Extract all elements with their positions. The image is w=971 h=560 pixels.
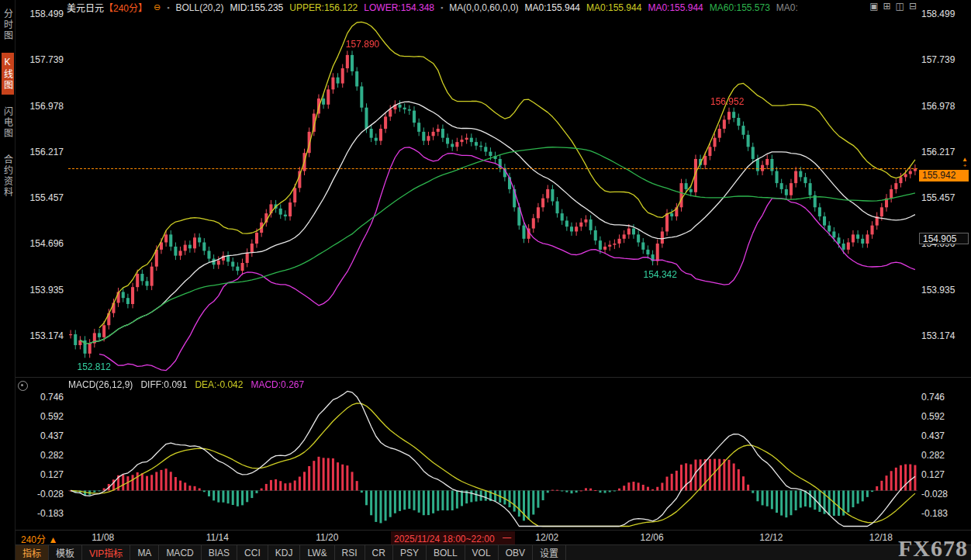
symbol-name: 美元日元 [67,3,104,14]
toolbar-item-13[interactable]: VOL [465,545,499,560]
chart-layout-rows-icon[interactable]: ⊟ [909,1,917,12]
toolbar-item-8[interactable]: LW& [300,545,334,560]
toolbar-item-9[interactable]: RSI [335,545,365,560]
toolbar-item-15[interactable]: 设置 [533,545,566,560]
price-tag: 154.905 [919,233,969,244]
boll-toggle-icon[interactable]: ▪ [167,4,169,12]
price-tick: 154.696 [30,238,64,249]
macd-tick: 0.127 [40,469,64,480]
macd-tick: 0.282 [921,450,945,461]
boll-mid-value: MID:155.235 [230,2,284,13]
toolbar-item-11[interactable]: PSY [393,545,427,560]
price-tag: 155.942 [919,170,969,181]
macd-canvas[interactable] [68,388,917,527]
x-axis-label: 12/18 [869,532,893,543]
period-badge: 【240分】 [104,3,147,14]
price-tick: 153.935 [921,285,955,296]
period-arrow-icon: ▲ [48,534,57,545]
symbol-title: 美元日元【240分】 [67,1,147,14]
period-selector[interactable]: 240分 ▲ [21,532,57,545]
macd-label: MACD(26,12,9) [68,379,133,390]
toolbar-item-12[interactable]: BOLL [427,545,465,560]
x-axis-label: 12/02 [535,532,558,543]
toolbar-item-10[interactable]: CR [365,545,393,560]
hover-datetime: 2025/11/24 18:00~22:00 [394,534,495,544]
axis-plus-icon[interactable]: + [963,162,967,169]
toolbar-item-7[interactable]: KDJ [268,545,301,560]
ma-legend-value-2: MA0:155.944 [648,2,703,13]
toolbar-item-14[interactable]: OBV [499,545,533,560]
toolbar-item-6[interactable]: CCI [237,545,268,560]
collapse-indicator-icon[interactable]: ⊖ [154,2,161,12]
toolbar-item-1[interactable]: 模板 [49,545,82,560]
ma-legend-value-0: MA0:155.944 [525,2,580,13]
price-tick: 157.739 [30,54,64,65]
sidebar-tab-1[interactable]: K线图 [2,53,14,95]
macd-chart[interactable] [68,388,917,527]
sidebar-tab-2[interactable]: 闪电图 [2,102,14,143]
indicator-selector-icon[interactable] [18,381,28,391]
price-tick: 156.978 [921,101,955,112]
macd-legend: MACD(26,12,9) DIFF:0.091 DEA:-0.042 MACD… [68,379,304,390]
price-annotation: 156.952 [710,96,744,107]
macd-tick: -0.028 [921,489,948,500]
sidebar-tab-0[interactable]: 分时图 [2,5,14,45]
macd-tick: -0.183 [37,508,64,519]
period-selector-label: 240分 [21,534,46,545]
price-tick: 158.499 [921,9,955,19]
price-annotation: 154.342 [644,269,677,280]
price-tick: 153.174 [30,330,64,341]
price-tick: 153.935 [30,285,64,296]
macd-macd-value: MACD:0.267 [251,379,304,390]
x-axis-label: 12/06 [641,532,664,543]
toolbar-item-2[interactable]: VIP指标 [82,545,130,560]
toolbar-item-4[interactable]: MACD [159,545,201,560]
macd-tick: 0.592 [921,411,945,422]
toolbar-item-5[interactable]: BIAS [202,545,237,560]
chart-layout-split-icon[interactable]: ◫ [896,1,904,12]
macd-tick: 0.592 [40,411,64,422]
x-axis-label: 11/20 [316,532,338,543]
macd-tick: 0.746 [40,392,64,403]
price-tick: 156.978 [30,101,64,112]
x-axis-label: 11/14 [206,532,229,543]
x-axis-label: 11/08 [92,532,114,543]
trading-terminal: 分时图K线图闪电图合约资料 美元日元【240分】 ⊖ ▪ BOLL(20,2) … [0,0,971,560]
price-annotation: 152.812 [78,361,111,372]
toolbar-item-0[interactable]: 指标 [16,545,49,560]
price-tick: 155.457 [30,192,64,203]
price-tick: 157.739 [921,54,955,65]
macd-diff-value: DIFF:0.091 [140,379,187,390]
panel-divider [0,377,971,378]
chart-layout-grid-icon[interactable]: ⊞ [883,1,891,12]
price-annotation: 157.890 [346,39,379,50]
macd-tick: -0.183 [921,508,948,519]
boll-lower-value: LOWER:154.348 [364,2,434,13]
axis-adjust-icons[interactable]: ▲+ [962,157,968,169]
hover-weekday: 一 [503,534,512,544]
boll-label: BOLL(20,2) [175,2,223,13]
macd-tick: 0.127 [921,469,945,480]
ma-legend-value-1: MA0:155.944 [586,2,641,13]
price-tick: 156.217 [921,147,955,157]
macd-tick: 0.746 [921,392,945,403]
ma-label: MA(0,0,0,60,0,0) [449,2,518,13]
macd-dea-value: DEA:-0.042 [195,379,243,390]
ma-legend-value-4: MA0: [776,2,798,13]
toolbar-item-3[interactable]: MA [130,545,159,560]
macd-tick: 0.437 [40,430,64,441]
indicator-toolbar: 指标模板VIP指标MAMACDBIASCCIKDJLW&RSICRPSYBOLL… [16,544,971,560]
x-axis-label: 12/12 [759,532,783,543]
macd-tick: -0.028 [37,489,64,500]
chart-type-sidebar: 分时图K线图闪电图合约资料 [0,0,16,560]
price-tick: 158.499 [30,9,64,19]
fx678-watermark: FX678 [898,535,968,560]
macd-tick: 0.437 [921,430,945,441]
ma-legend-value-3: MA60:155.573 [710,2,770,13]
price-axis-left: 158.499157.739156.978156.217155.457154.6… [16,0,67,560]
chart-layout-single-icon[interactable]: ▣ [869,1,878,12]
sidebar-tab-3[interactable]: 合约资料 [2,150,14,202]
candlestick-chart[interactable]: 157.890156.952152.812154.342 [68,16,917,372]
ma-toggle-icon[interactable]: ▪ [441,4,443,12]
candlestick-canvas[interactable] [68,16,917,372]
